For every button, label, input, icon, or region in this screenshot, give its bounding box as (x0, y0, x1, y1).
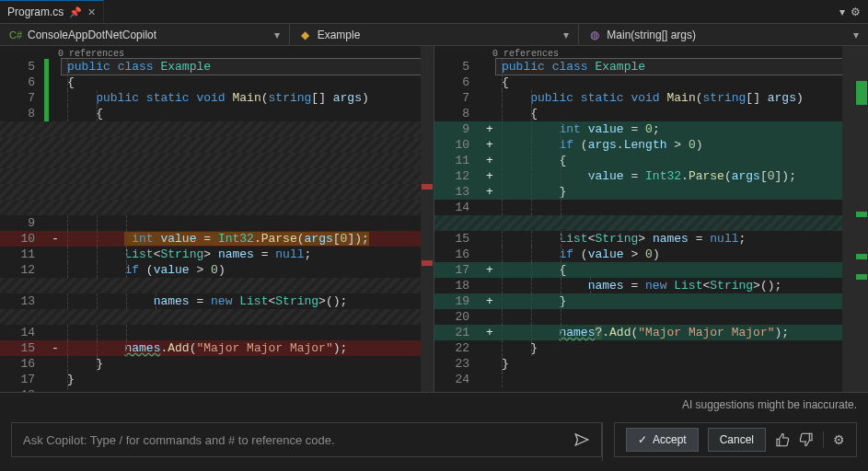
overview-ruler-right[interactable] (855, 46, 868, 392)
code-line[interactable]: 6{ (434, 75, 868, 90)
code-line[interactable]: 24 (434, 372, 868, 387)
code-line[interactable]: 15 List<String> names = null; (434, 231, 868, 247)
code-line[interactable]: 11+ { (434, 153, 868, 168)
copilot-panel: AI suggestions might be inaccurate. Ask … (0, 392, 868, 471)
code-content: names?.Add("Major Major Major"); (496, 325, 868, 340)
cancel-button[interactable]: Cancel (708, 428, 766, 452)
tab-overflow-icon[interactable]: ▾ (839, 6, 845, 18)
close-icon[interactable]: ✕ (87, 6, 96, 18)
thumbs-up-icon[interactable] (775, 432, 790, 447)
line-number: 15 (434, 231, 479, 247)
code-line[interactable]: 7 public static void Main(string[] args) (0, 90, 434, 106)
code-line[interactable]: 5public class Example (434, 59, 868, 75)
diff-marker (49, 325, 62, 340)
code-content: { (62, 75, 434, 90)
code-line[interactable]: 13 names = new List<String>(); (0, 293, 434, 309)
codelens[interactable]: 0 references (434, 46, 868, 59)
diff-marker (49, 200, 62, 215)
code-line[interactable] (0, 200, 434, 215)
crumb-project[interactable]: C# ConsoleAppDotNetCopilot ▾ (0, 24, 290, 45)
diff-marker: + (483, 168, 496, 184)
accept-button[interactable]: ✓ Accept (626, 428, 699, 452)
code-line[interactable] (0, 278, 434, 293)
code-content: public class Example (496, 59, 868, 75)
line-number: 12 (0, 262, 44, 278)
code-line[interactable] (0, 184, 434, 200)
copilot-input[interactable]: Ask Copilot: Type / for commands and # t… (11, 422, 602, 457)
code-line[interactable] (0, 137, 434, 153)
codelens[interactable]: 0 references (0, 46, 434, 59)
code-line[interactable]: 12+ value = Int32.Parse(args[0]); (434, 168, 868, 184)
diff-marker: + (483, 184, 496, 200)
code-line[interactable] (0, 168, 434, 184)
code-line[interactable]: 10+ if (args.Length > 0) (434, 137, 868, 153)
code-line[interactable]: 23} (434, 356, 868, 372)
code-line[interactable]: 5public class Example (0, 59, 434, 75)
code-line[interactable]: 21+ names?.Add("Major Major Major"); (434, 325, 868, 340)
diff-marker: + (483, 153, 496, 168)
crumb-class[interactable]: ◆ Example ▾ (290, 24, 580, 45)
code-content: { (496, 75, 868, 90)
code-line[interactable]: 8 { (0, 106, 434, 121)
tab-program-cs[interactable]: Program.cs 📌 ✕ (0, 0, 104, 23)
code-content: { (496, 106, 868, 121)
diff-marker (49, 153, 62, 168)
overview-ruler-left[interactable] (421, 46, 434, 392)
code-line[interactable]: 12 if (value > 0) (0, 262, 434, 278)
diff-pane-left[interactable]: 0 references5public class Example6{7 pub… (0, 46, 434, 392)
line-number: 11 (434, 153, 479, 168)
code-line[interactable] (434, 215, 868, 231)
code-line[interactable]: 6{ (0, 75, 434, 90)
line-number: 6 (434, 75, 479, 90)
line-number: 19 (434, 293, 479, 309)
pin-icon[interactable]: 📌 (69, 6, 82, 18)
code-line[interactable]: 22 } (434, 340, 868, 356)
code-content: List<String> names = null; (62, 247, 434, 262)
code-line[interactable] (0, 121, 434, 137)
code-line[interactable]: 14 (0, 325, 434, 340)
code-line[interactable]: 9+ int value = 0; (434, 121, 868, 137)
settings-gear-icon[interactable]: ⚙ (833, 432, 845, 447)
code-line[interactable]: 17+ { (434, 262, 868, 278)
line-number: 9 (434, 121, 479, 137)
code-line[interactable]: 17} (0, 372, 434, 387)
diff-marker (483, 247, 496, 262)
code-line[interactable]: 20 (434, 309, 868, 325)
diff-marker: + (483, 325, 496, 340)
tab-filename: Program.cs (7, 6, 64, 18)
diff-marker (483, 215, 496, 231)
diff-marker (49, 215, 62, 231)
code-line[interactable]: 15- names.Add("Major Major Major"); (0, 340, 434, 356)
code-line[interactable]: 9 (0, 215, 434, 231)
code-content: public static void Main(string[] args) (62, 90, 434, 106)
diff-marker (49, 168, 62, 184)
diff-marker (483, 356, 496, 372)
diff-pane-right[interactable]: 0 references5public class Example6{7 pub… (434, 46, 868, 392)
code-line[interactable]: 18 names = new List<String>(); (434, 278, 868, 293)
crumb-method[interactable]: ◍ Main(string[] args) ▾ (579, 24, 868, 45)
diff-marker (49, 90, 62, 106)
code-line[interactable]: 14 (434, 200, 868, 215)
code-line[interactable]: 16 } (0, 356, 434, 372)
code-content: } (496, 293, 868, 309)
code-line[interactable] (0, 153, 434, 168)
send-icon[interactable] (573, 431, 590, 448)
code-content (62, 325, 434, 340)
scrollbar-vertical[interactable] (842, 46, 855, 392)
thumbs-down-icon[interactable] (799, 432, 814, 447)
tab-settings-icon[interactable]: ⚙ (851, 6, 861, 18)
breadcrumb: C# ConsoleAppDotNetCopilot ▾ ◆ Example ▾… (0, 24, 868, 46)
line-number: 12 (434, 168, 479, 184)
code-line[interactable]: 11 List<String> names = null; (0, 247, 434, 262)
code-line[interactable]: 19+ } (434, 293, 868, 309)
method-icon: ◍ (588, 29, 601, 41)
code-line[interactable]: 8 { (434, 106, 868, 121)
code-line[interactable] (0, 309, 434, 325)
code-content: int value = 0; (496, 121, 868, 137)
code-line[interactable]: 13+ } (434, 184, 868, 200)
diff-marker (49, 184, 62, 200)
line-number: 13 (434, 184, 479, 200)
code-line[interactable]: 7 public static void Main(string[] args) (434, 90, 868, 106)
code-line[interactable]: 16 if (value > 0) (434, 247, 868, 262)
code-line[interactable]: 10- int value = Int32.Parse(args[0]); (0, 231, 434, 247)
